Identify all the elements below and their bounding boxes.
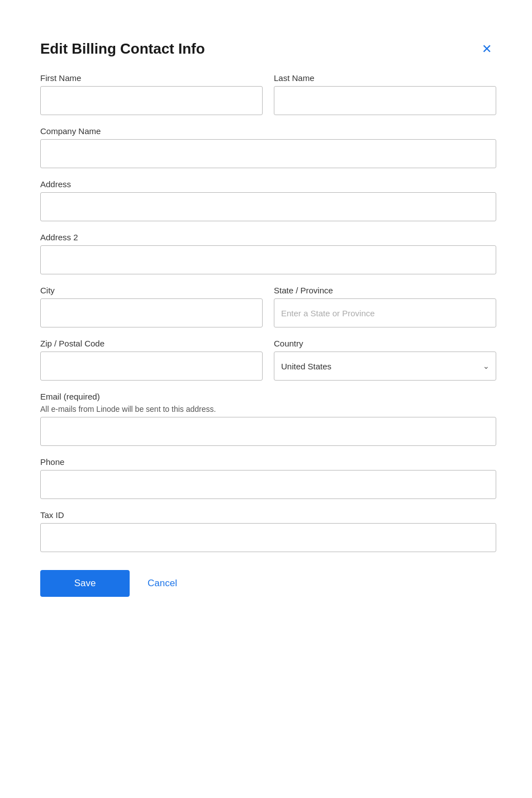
- last-name-label: Last Name: [274, 73, 496, 83]
- address-input[interactable]: [40, 192, 496, 221]
- address-row: Address: [40, 179, 496, 221]
- form-actions: Save Cancel: [40, 570, 496, 597]
- city-label: City: [40, 286, 263, 295]
- phone-group: Phone: [40, 457, 496, 499]
- state-group: State / Province: [274, 286, 496, 327]
- zip-group: Zip / Postal Code: [40, 339, 263, 381]
- company-name-group: Company Name: [40, 126, 496, 168]
- first-name-label: First Name: [40, 73, 263, 83]
- country-select[interactable]: United States Canada United Kingdom Aust…: [274, 352, 496, 381]
- city-state-row: City State / Province: [40, 286, 496, 327]
- first-name-input[interactable]: [40, 86, 263, 115]
- email-label: Email (required): [40, 392, 496, 401]
- state-input[interactable]: [274, 298, 496, 327]
- zip-label: Zip / Postal Code: [40, 339, 263, 348]
- modal-title: Edit Billing Contact Info: [40, 40, 205, 58]
- state-label: State / Province: [274, 286, 496, 295]
- city-group: City: [40, 286, 263, 327]
- address2-group: Address 2: [40, 232, 496, 274]
- company-name-label: Company Name: [40, 126, 496, 136]
- phone-row: Phone: [40, 457, 496, 499]
- save-button[interactable]: Save: [40, 570, 130, 597]
- last-name-group: Last Name: [274, 73, 496, 115]
- tax-id-label: Tax ID: [40, 510, 496, 520]
- tax-id-group: Tax ID: [40, 510, 496, 552]
- email-row: Email (required) All e-mails from Linode…: [40, 392, 496, 446]
- tax-id-row: Tax ID: [40, 510, 496, 552]
- name-row: First Name Last Name: [40, 73, 496, 115]
- phone-label: Phone: [40, 457, 496, 467]
- email-group: Email (required) All e-mails from Linode…: [40, 392, 496, 446]
- address-group: Address: [40, 179, 496, 221]
- address2-row: Address 2: [40, 232, 496, 274]
- phone-input[interactable]: [40, 470, 496, 499]
- close-button[interactable]: ✕: [477, 41, 496, 58]
- zip-country-row: Zip / Postal Code Country United States …: [40, 339, 496, 381]
- country-select-wrapper: United States Canada United Kingdom Aust…: [274, 352, 496, 381]
- cancel-button[interactable]: Cancel: [143, 570, 182, 597]
- address-label: Address: [40, 179, 496, 189]
- email-note: All e-mails from Linode will be sent to …: [40, 405, 496, 414]
- address2-label: Address 2: [40, 232, 496, 242]
- email-input[interactable]: [40, 417, 496, 446]
- country-group: Country United States Canada United King…: [274, 339, 496, 381]
- billing-form: First Name Last Name Company Name Addres…: [40, 73, 496, 597]
- city-input[interactable]: [40, 298, 263, 327]
- country-label: Country: [274, 339, 496, 348]
- edit-billing-modal: Edit Billing Contact Info ✕ First Name L…: [22, 22, 514, 619]
- tax-id-input[interactable]: [40, 523, 496, 552]
- first-name-group: First Name: [40, 73, 263, 115]
- address2-input[interactable]: [40, 245, 496, 274]
- modal-header: Edit Billing Contact Info ✕: [40, 40, 496, 58]
- company-name-input[interactable]: [40, 139, 496, 168]
- zip-input[interactable]: [40, 352, 263, 381]
- company-row: Company Name: [40, 126, 496, 168]
- last-name-input[interactable]: [274, 86, 496, 115]
